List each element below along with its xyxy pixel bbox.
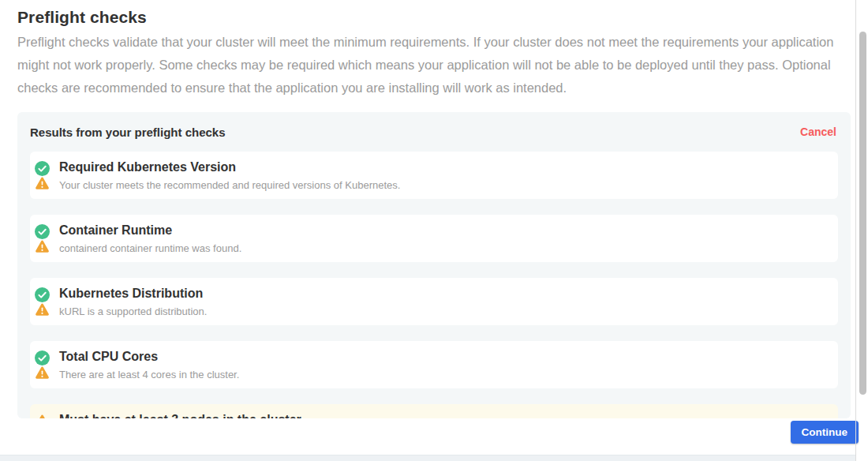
check-message: kURL is a supported distribution. <box>59 305 829 317</box>
check-title: Container Runtime <box>59 223 829 238</box>
page-content: Preflight checks Preflight checks valida… <box>17 0 851 99</box>
bottom-edge-band <box>0 455 855 461</box>
check-circle-icon <box>35 161 50 176</box>
check-title: Kubernetes Distribution <box>59 286 829 302</box>
content-right-divider <box>855 0 856 461</box>
preflight-results-panel: Results from your preflight checks Cance… <box>17 112 851 418</box>
panel-title: Results from your preflight checks <box>30 126 226 139</box>
page-title: Preflight checks <box>17 7 851 28</box>
panel-header: Results from your preflight checks Cance… <box>30 125 838 139</box>
warning-triangle-icon <box>35 414 50 418</box>
check-row: Must have at least 3 nodes in the cluste… <box>30 404 838 418</box>
check-title: Required Kubernetes Version <box>59 159 829 175</box>
vertical-scrollbar-thumb[interactable] <box>859 32 866 395</box>
check-circle-icon <box>35 350 50 365</box>
check-row: Kubernetes Distribution kURL is a suppor… <box>30 278 838 325</box>
check-circle-icon <box>35 287 50 302</box>
page-description: Preflight checks validate that your clus… <box>17 31 840 99</box>
check-row: Container Runtime containerd container r… <box>30 215 838 262</box>
cancel-button[interactable]: Cancel <box>800 126 838 138</box>
check-message: There are at least 4 cores in the cluste… <box>59 369 829 380</box>
check-circle-icon <box>35 224 50 239</box>
check-list: Required Kubernetes Version Your cluster… <box>30 152 838 418</box>
check-title: Must have at least 3 nodes in the cluste… <box>59 412 829 418</box>
check-title: Total CPU Cores <box>59 349 829 365</box>
check-message: Your cluster meets the recommended and r… <box>59 179 829 191</box>
check-row: Required Kubernetes Version Your cluster… <box>30 152 838 199</box>
check-message: containerd container runtime was found. <box>59 242 829 254</box>
continue-button[interactable]: Continue <box>791 421 859 444</box>
check-row: Total CPU Cores There are at least 4 cor… <box>30 341 838 388</box>
